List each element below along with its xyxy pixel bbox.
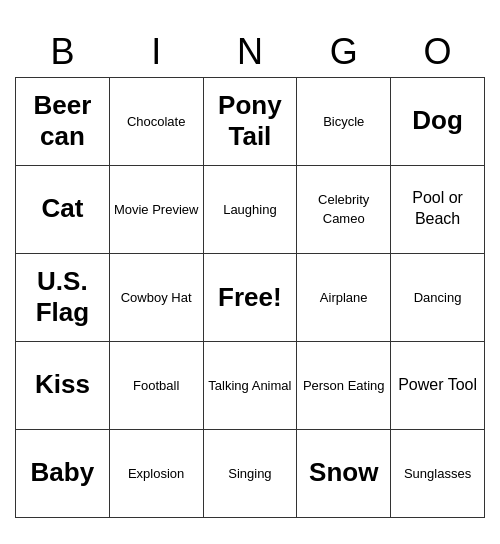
cell-text: Power Tool xyxy=(398,376,477,393)
cell-text: Cat xyxy=(41,193,83,223)
cell-text: Sunglasses xyxy=(404,466,471,481)
bingo-cell: Singing xyxy=(203,429,297,517)
bingo-cell: Beer can xyxy=(16,77,110,165)
cell-text: Explosion xyxy=(128,466,184,481)
cell-text: Beer can xyxy=(33,90,91,151)
bingo-cell: U.S. Flag xyxy=(16,253,110,341)
cell-text: Football xyxy=(133,378,179,393)
cell-text: Baby xyxy=(31,457,95,487)
cell-text: Dog xyxy=(412,105,463,135)
cell-text: Bicycle xyxy=(323,114,364,129)
bingo-card: BINGO Beer canChocolatePony TailBicycleD… xyxy=(15,27,485,518)
cell-text: Kiss xyxy=(35,369,90,399)
table-row: U.S. FlagCowboy HatFree!AirplaneDancing xyxy=(16,253,485,341)
bingo-cell: Pony Tail xyxy=(203,77,297,165)
cell-text: Movie Preview xyxy=(114,202,199,217)
cell-text: Chocolate xyxy=(127,114,186,129)
bingo-cell: Talking Animal xyxy=(203,341,297,429)
table-row: KissFootballTalking AnimalPerson EatingP… xyxy=(16,341,485,429)
bingo-cell: Celebrity Cameo xyxy=(297,165,391,253)
bingo-cell: Person Eating xyxy=(297,341,391,429)
cell-text: Singing xyxy=(228,466,271,481)
bingo-cell: Snow xyxy=(297,429,391,517)
bingo-cell: Cat xyxy=(16,165,110,253)
table-row: CatMovie PreviewLaughingCelebrity CameoP… xyxy=(16,165,485,253)
cell-text: Talking Animal xyxy=(208,378,291,393)
bingo-cell: Movie Preview xyxy=(109,165,203,253)
table-row: Beer canChocolatePony TailBicycleDog xyxy=(16,77,485,165)
bingo-cell: Football xyxy=(109,341,203,429)
cell-text: Celebrity Cameo xyxy=(318,192,369,226)
bingo-cell: Pool or Beach xyxy=(391,165,485,253)
bingo-cell: Baby xyxy=(16,429,110,517)
bingo-cell: Power Tool xyxy=(391,341,485,429)
cell-text: Cowboy Hat xyxy=(121,290,192,305)
cell-text: Dancing xyxy=(414,290,462,305)
bingo-cell: Bicycle xyxy=(297,77,391,165)
header-letter: B xyxy=(16,27,110,78)
header-letter: G xyxy=(297,27,391,78)
bingo-cell: Dancing xyxy=(391,253,485,341)
cell-text: Snow xyxy=(309,457,378,487)
header-letter: I xyxy=(109,27,203,78)
bingo-cell: Dog xyxy=(391,77,485,165)
cell-text: Pony Tail xyxy=(218,90,282,151)
bingo-cell: Kiss xyxy=(16,341,110,429)
cell-text: U.S. Flag xyxy=(36,266,89,327)
header-letter: O xyxy=(391,27,485,78)
cell-text: Airplane xyxy=(320,290,368,305)
bingo-cell: Free! xyxy=(203,253,297,341)
bingo-header: BINGO xyxy=(16,27,485,78)
cell-text: Person Eating xyxy=(303,378,385,393)
cell-text: Laughing xyxy=(223,202,277,217)
bingo-cell: Cowboy Hat xyxy=(109,253,203,341)
cell-text: Free! xyxy=(218,282,282,312)
bingo-cell: Airplane xyxy=(297,253,391,341)
bingo-cell: Sunglasses xyxy=(391,429,485,517)
bingo-cell: Explosion xyxy=(109,429,203,517)
table-row: BabyExplosionSingingSnowSunglasses xyxy=(16,429,485,517)
bingo-cell: Chocolate xyxy=(109,77,203,165)
cell-text: Pool or Beach xyxy=(412,189,463,227)
bingo-cell: Laughing xyxy=(203,165,297,253)
header-letter: N xyxy=(203,27,297,78)
